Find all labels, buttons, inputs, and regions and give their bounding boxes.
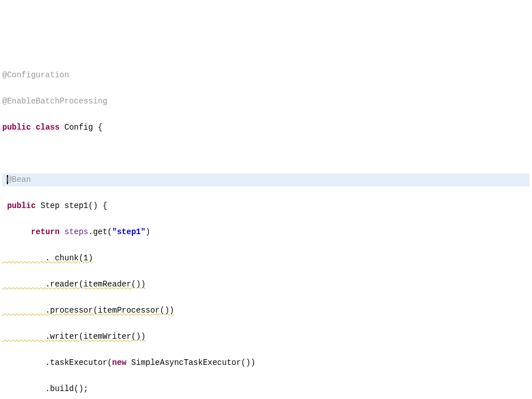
keyword-return: return: [31, 227, 59, 236]
return-type: Step: [40, 201, 60, 210]
method-call: .get(: [88, 227, 112, 236]
warning-squiggle: .reader(itemReader()): [45, 280, 146, 289]
code-line: .processor(itemProcessor()): [2, 304, 530, 317]
warning-squiggle: .processor(itemProcessor()): [45, 306, 174, 315]
code-line: public class Config {: [2, 121, 530, 134]
code-line: @Configuration: [2, 69, 530, 82]
code-line: .writer(itemWriter()): [2, 330, 530, 343]
warning-squiggle: chunk(1): [55, 253, 93, 263]
brace: {: [93, 123, 103, 132]
code-line: @EnableBatchProcessing: [2, 95, 530, 108]
code-line: . chunk(1): [2, 252, 530, 265]
method-name: step1: [64, 201, 88, 210]
code-line: .build();: [2, 383, 530, 396]
warning-squiggle: [2, 280, 45, 289]
warning-squiggle: [2, 306, 45, 315]
keyword-public: public: [2, 123, 31, 132]
code-line: .taskExecutor(new SimpleAsyncTaskExecuto…: [2, 356, 530, 369]
annotation: @EnableBatchProcessing: [2, 97, 107, 106]
field-ref: steps: [64, 227, 88, 236]
annotation-bean: @Bean: [7, 175, 31, 184]
string-literal: "step1": [112, 227, 146, 236]
keyword-public: public: [7, 201, 35, 210]
paren-close: ): [146, 227, 150, 236]
warning-squiggle: [2, 332, 45, 341]
code-line: public Step step1() {: [2, 200, 530, 213]
builder-chain: .taskExecutor(: [2, 358, 112, 367]
code-line: return steps.get("step1"): [2, 226, 530, 239]
builder-chain: .build();: [2, 384, 88, 393]
ctor-call: SimpleAsyncTaskExecutor()): [126, 358, 255, 367]
keyword-class: class: [36, 123, 60, 132]
warning-squiggle: .writer(itemWriter()): [45, 332, 146, 341]
warning-squiggle: .: [2, 253, 55, 263]
keyword-new: new: [112, 358, 126, 367]
code-line: [2, 147, 530, 160]
class-name: Config: [64, 123, 93, 132]
annotation: @Configuration: [2, 70, 69, 80]
params: () {: [88, 201, 107, 210]
code-line: .reader(itemReader()): [2, 278, 530, 291]
code-editor[interactable]: @Configuration @EnableBatchProcessing pu…: [2, 56, 530, 399]
code-line-highlighted: @Bean: [2, 173, 530, 186]
